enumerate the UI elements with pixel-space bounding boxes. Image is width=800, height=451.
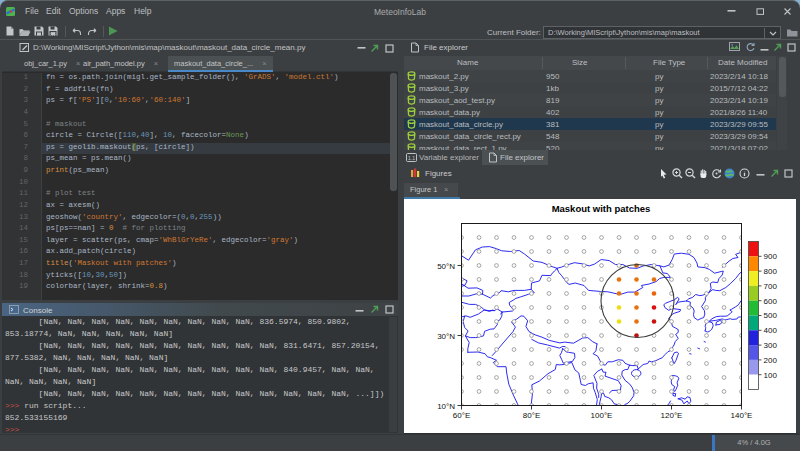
svg-text:80°E: 80°E xyxy=(523,410,540,419)
svg-text:120°E: 120°E xyxy=(661,410,683,419)
svg-text:100°E: 100°E xyxy=(591,410,613,419)
svg-text:1.1: 1.1 xyxy=(408,155,415,161)
svg-text:500: 500 xyxy=(764,311,778,320)
svg-text:60°E: 60°E xyxy=(453,410,470,419)
svg-text:700: 700 xyxy=(764,281,778,290)
svg-text:100: 100 xyxy=(764,370,778,379)
svg-text:30°N: 30°N xyxy=(437,331,455,340)
svg-text:10°N: 10°N xyxy=(437,401,455,410)
svg-text:200: 200 xyxy=(764,355,778,364)
svg-text:600: 600 xyxy=(764,296,778,305)
svg-text:140°E: 140°E xyxy=(731,410,753,419)
svg-text:Maskout with patches: Maskout with patches xyxy=(552,202,651,213)
svg-text:800: 800 xyxy=(764,266,778,275)
svg-text:900: 900 xyxy=(764,252,778,261)
svg-text:400: 400 xyxy=(764,326,778,335)
svg-text:300: 300 xyxy=(764,340,778,349)
svg-text:50°N: 50°N xyxy=(437,261,455,270)
